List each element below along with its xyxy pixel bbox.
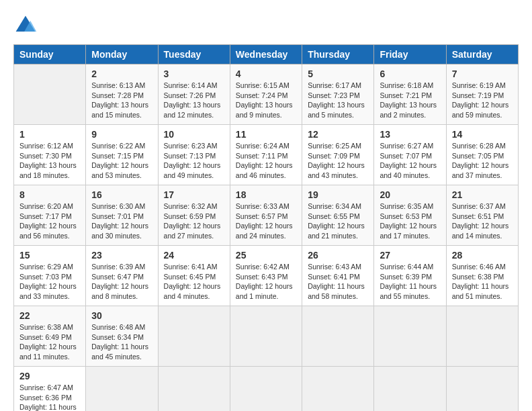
day-info: Sunrise: 6:48 AM Sunset: 6:34 PM Dayligh… (91, 322, 152, 362)
day-info: Sunrise: 6:42 AM Sunset: 6:43 PM Dayligh… (236, 262, 296, 302)
calendar-cell: 11Sunrise: 6:24 AM Sunset: 7:11 PM Dayli… (230, 125, 302, 185)
day-info: Sunrise: 6:19 AM Sunset: 7:19 PM Dayligh… (452, 81, 513, 120)
day-number: 29 (19, 371, 80, 381)
calendar-cell: 28Sunrise: 6:46 AM Sunset: 6:38 PM Dayli… (446, 246, 518, 306)
calendar-cell (158, 306, 230, 367)
calendar-cell: 27Sunrise: 6:44 AM Sunset: 6:39 PM Dayli… (374, 246, 446, 306)
day-number: 9 (91, 129, 152, 140)
calendar-cell: 26Sunrise: 6:43 AM Sunset: 6:41 PM Dayli… (302, 246, 374, 306)
calendar-table: SundayMondayTuesdayWednesdayThursdayFrid… (13, 44, 519, 411)
calendar-cell: 24Sunrise: 6:41 AM Sunset: 6:45 PM Dayli… (158, 246, 230, 306)
logo (13, 13, 42, 38)
col-header-monday: Monday (86, 45, 158, 64)
day-info: Sunrise: 6:27 AM Sunset: 7:07 PM Dayligh… (380, 141, 440, 181)
day-info: Sunrise: 6:33 AM Sunset: 6:57 PM Dayligh… (236, 201, 296, 241)
day-number: 2 (91, 68, 152, 79)
calendar-cell: 16Sunrise: 6:30 AM Sunset: 7:01 PM Dayli… (86, 185, 158, 246)
day-info: Sunrise: 6:43 AM Sunset: 6:41 PM Dayligh… (308, 262, 368, 302)
calendar-cell: 7Sunrise: 6:19 AM Sunset: 7:19 PM Daylig… (446, 64, 518, 125)
calendar-cell: 9Sunrise: 6:22 AM Sunset: 7:15 PM Daylig… (86, 125, 158, 185)
calendar-cell (302, 306, 374, 367)
day-number: 17 (164, 189, 224, 200)
day-number: 19 (308, 189, 368, 200)
page-header (13, 13, 519, 38)
day-number: 15 (19, 250, 80, 261)
day-number: 28 (452, 250, 513, 261)
day-info: Sunrise: 6:38 AM Sunset: 6:49 PM Dayligh… (19, 322, 80, 362)
day-number: 6 (380, 68, 440, 79)
calendar-cell: 23Sunrise: 6:39 AM Sunset: 6:47 PM Dayli… (86, 246, 158, 306)
day-number: 3 (164, 68, 224, 79)
day-info: Sunrise: 6:46 AM Sunset: 6:38 PM Dayligh… (452, 262, 513, 302)
calendar-cell: 8Sunrise: 6:20 AM Sunset: 7:17 PM Daylig… (14, 185, 86, 246)
calendar-cell (158, 367, 230, 412)
calendar-cell: 19Sunrise: 6:34 AM Sunset: 6:55 PM Dayli… (302, 185, 374, 246)
calendar-cell (374, 306, 446, 367)
calendar-cell (374, 367, 446, 412)
day-info: Sunrise: 6:24 AM Sunset: 7:11 PM Dayligh… (236, 141, 296, 181)
day-info: Sunrise: 6:32 AM Sunset: 6:59 PM Dayligh… (164, 201, 224, 241)
day-info: Sunrise: 6:29 AM Sunset: 7:03 PM Dayligh… (19, 262, 80, 302)
day-number: 27 (380, 250, 440, 261)
day-number: 20 (380, 189, 440, 200)
day-info: Sunrise: 6:28 AM Sunset: 7:05 PM Dayligh… (452, 141, 513, 181)
day-number: 26 (308, 250, 368, 261)
calendar-cell: 12Sunrise: 6:25 AM Sunset: 7:09 PM Dayli… (302, 125, 374, 185)
calendar-cell: 14Sunrise: 6:28 AM Sunset: 7:05 PM Dayli… (446, 125, 518, 185)
day-info: Sunrise: 6:14 AM Sunset: 7:26 PM Dayligh… (164, 81, 224, 120)
day-number: 5 (308, 68, 368, 79)
day-info: Sunrise: 6:22 AM Sunset: 7:15 PM Dayligh… (91, 141, 152, 181)
day-info: Sunrise: 6:25 AM Sunset: 7:09 PM Dayligh… (308, 141, 368, 181)
day-number: 23 (91, 250, 152, 261)
col-header-saturday: Saturday (446, 45, 518, 64)
calendar-cell (302, 367, 374, 412)
day-info: Sunrise: 6:23 AM Sunset: 7:13 PM Dayligh… (164, 141, 224, 181)
day-number: 24 (164, 250, 224, 261)
calendar-cell: 1Sunrise: 6:12 AM Sunset: 7:30 PM Daylig… (14, 125, 86, 185)
calendar-cell (446, 367, 518, 412)
calendar-cell: 3Sunrise: 6:14 AM Sunset: 7:26 PM Daylig… (158, 64, 230, 125)
day-info: Sunrise: 6:15 AM Sunset: 7:24 PM Dayligh… (236, 81, 296, 120)
day-info: Sunrise: 6:34 AM Sunset: 6:55 PM Dayligh… (308, 201, 368, 241)
day-number: 22 (19, 310, 80, 321)
calendar-cell: 25Sunrise: 6:42 AM Sunset: 6:43 PM Dayli… (230, 246, 302, 306)
col-header-thursday: Thursday (302, 45, 374, 64)
day-info: Sunrise: 6:41 AM Sunset: 6:45 PM Dayligh… (164, 262, 224, 302)
col-header-sunday: Sunday (14, 45, 86, 64)
day-number: 14 (452, 129, 513, 140)
day-number: 12 (308, 129, 368, 140)
calendar-cell: 13Sunrise: 6:27 AM Sunset: 7:07 PM Dayli… (374, 125, 446, 185)
calendar-cell: 6Sunrise: 6:18 AM Sunset: 7:21 PM Daylig… (374, 64, 446, 125)
day-number: 21 (452, 189, 513, 200)
calendar-cell: 4Sunrise: 6:15 AM Sunset: 7:24 PM Daylig… (230, 64, 302, 125)
calendar-cell (230, 367, 302, 412)
day-info: Sunrise: 6:13 AM Sunset: 7:28 PM Dayligh… (91, 81, 152, 120)
day-number: 13 (380, 129, 440, 140)
day-info: Sunrise: 6:39 AM Sunset: 6:47 PM Dayligh… (91, 262, 152, 302)
day-info: Sunrise: 6:12 AM Sunset: 7:30 PM Dayligh… (19, 141, 80, 181)
day-info: Sunrise: 6:44 AM Sunset: 6:39 PM Dayligh… (380, 262, 440, 302)
calendar-cell: 18Sunrise: 6:33 AM Sunset: 6:57 PM Dayli… (230, 185, 302, 246)
day-number: 4 (236, 68, 296, 79)
day-number: 30 (91, 310, 152, 321)
col-header-tuesday: Tuesday (158, 45, 230, 64)
day-info: Sunrise: 6:47 AM Sunset: 6:36 PM Dayligh… (19, 383, 80, 411)
calendar-cell (446, 306, 518, 367)
day-number: 25 (236, 250, 296, 261)
calendar-cell: 29Sunrise: 6:47 AM Sunset: 6:36 PM Dayli… (14, 367, 86, 412)
calendar-cell (86, 367, 158, 412)
calendar-cell: 15Sunrise: 6:29 AM Sunset: 7:03 PM Dayli… (14, 246, 86, 306)
calendar-cell: 21Sunrise: 6:37 AM Sunset: 6:51 PM Dayli… (446, 185, 518, 246)
day-number: 18 (236, 189, 296, 200)
day-info: Sunrise: 6:20 AM Sunset: 7:17 PM Dayligh… (19, 201, 80, 241)
calendar-cell (14, 64, 86, 125)
day-number: 1 (19, 129, 80, 140)
calendar-cell: 2Sunrise: 6:13 AM Sunset: 7:28 PM Daylig… (86, 64, 158, 125)
day-info: Sunrise: 6:30 AM Sunset: 7:01 PM Dayligh… (91, 201, 152, 241)
calendar-cell: 5Sunrise: 6:17 AM Sunset: 7:23 PM Daylig… (302, 64, 374, 125)
calendar-cell: 20Sunrise: 6:35 AM Sunset: 6:53 PM Dayli… (374, 185, 446, 246)
day-number: 16 (91, 189, 152, 200)
calendar-cell: 30Sunrise: 6:48 AM Sunset: 6:34 PM Dayli… (86, 306, 158, 367)
calendar-cell: 17Sunrise: 6:32 AM Sunset: 6:59 PM Dayli… (158, 185, 230, 246)
calendar-cell: 22Sunrise: 6:38 AM Sunset: 6:49 PM Dayli… (14, 306, 86, 367)
